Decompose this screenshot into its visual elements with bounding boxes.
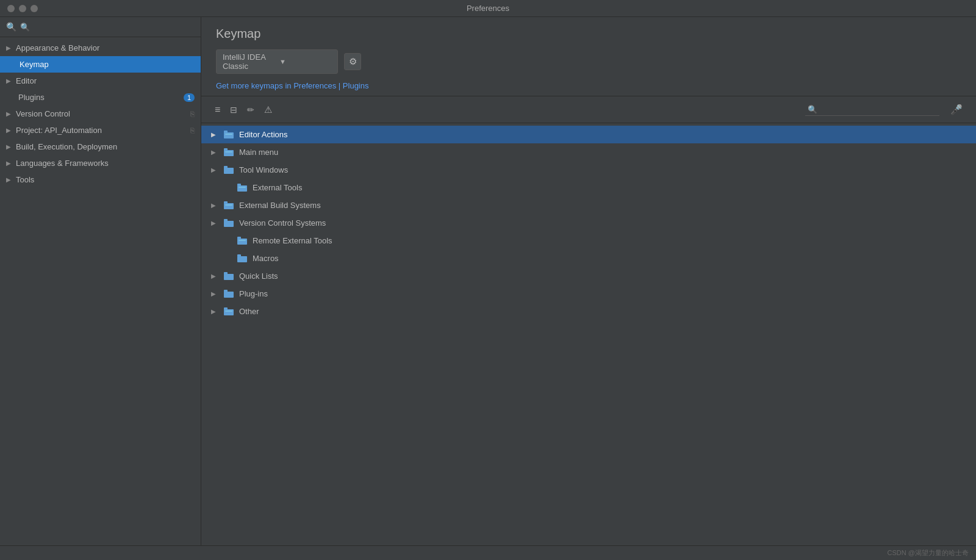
warning-icon: ⚠ <box>264 104 272 115</box>
sidebar-search-icon: 🔍 <box>6 22 16 32</box>
svg-rect-0 <box>224 132 234 138</box>
maximize-button[interactable] <box>30 5 38 12</box>
svg-rect-9 <box>237 184 241 186</box>
keymap-tree: ▶ Editor Actions ▶ <box>201 123 976 545</box>
svg-rect-10 <box>239 187 246 188</box>
sidebar-item-label: Build, Execution, Deploymen <box>16 142 117 151</box>
collapse-all-icon: ⊟ <box>230 105 237 115</box>
spacer: ▶ <box>224 184 232 191</box>
svg-rect-14 <box>224 221 234 227</box>
content-area: Keymap IntelliJ IDEA Classic ▼ ⚙ Get mor… <box>201 17 976 545</box>
svg-rect-3 <box>224 150 234 156</box>
chevron-right-icon: ▶ <box>211 290 218 297</box>
sidebar-item-label: Appearance & Behavior <box>16 43 99 52</box>
svg-rect-25 <box>224 309 234 315</box>
chevron-right-icon: ▶ <box>6 127 11 134</box>
folder-special-icon <box>223 307 234 316</box>
minimize-button[interactable] <box>19 5 26 12</box>
tree-item-label: Macros <box>253 254 279 263</box>
sidebar-item-appearance-behavior[interactable]: ▶ Appearance & Behavior <box>0 40 201 56</box>
svg-rect-7 <box>224 166 228 168</box>
sidebar-item-editor[interactable]: ▶ Editor <box>0 73 201 89</box>
svg-rect-16 <box>237 239 247 245</box>
sidebar-item-languages-frameworks[interactable]: ▶ Languages & Frameworks <box>0 155 201 171</box>
record-shortcut-button[interactable]: 🎤 <box>947 101 966 118</box>
svg-rect-2 <box>225 134 232 135</box>
folder-icon <box>223 166 234 174</box>
sidebar-item-project-api[interactable]: ▶ Project: API_Automation ⎘ <box>0 122 201 138</box>
gear-icon: ⚙ <box>349 56 357 67</box>
tree-item-plug-ins[interactable]: ▶ Plug-ins <box>201 285 976 303</box>
sidebar-search-input[interactable] <box>20 23 195 32</box>
sidebar: 🔍 ▶ Appearance & Behavior Keymap ▶ Edito… <box>0 17 201 545</box>
svg-rect-23 <box>224 292 234 298</box>
keymap-selector-row: IntelliJ IDEA Classic ▼ ⚙ <box>216 49 961 74</box>
keymap-gear-button[interactable]: ⚙ <box>344 53 361 70</box>
sidebar-item-label: Version Control <box>16 109 70 118</box>
sidebar-item-plugins[interactable]: Plugins 1 <box>0 89 201 106</box>
chevron-right-icon: ▶ <box>6 77 11 84</box>
tree-item-version-control-systems[interactable]: ▶ Version Control Systems <box>201 214 976 232</box>
expand-all-icon: ≡ <box>215 104 220 115</box>
sidebar-item-label: Keymap <box>20 60 49 69</box>
sidebar-item-tools[interactable]: ▶ Tools <box>0 171 201 188</box>
sidebar-item-version-control[interactable]: ▶ Version Control ⎘ <box>0 106 201 122</box>
sidebar-item-keymap[interactable]: Keymap <box>0 56 201 73</box>
expand-all-button[interactable]: ≡ <box>211 102 224 118</box>
svg-rect-1 <box>224 131 228 133</box>
folder-icon <box>223 219 234 228</box>
chevron-right-icon: ▶ <box>6 45 11 51</box>
sidebar-search-bar[interactable]: 🔍 <box>0 17 201 37</box>
tree-item-label: Version Control Systems <box>239 218 326 228</box>
record-shortcut-icon: 🎤 <box>950 104 963 115</box>
folder-icon <box>237 254 248 263</box>
svg-rect-11 <box>224 203 234 209</box>
tree-item-label: Plug-ins <box>239 289 268 298</box>
warning-button[interactable]: ⚠ <box>260 102 276 118</box>
close-button[interactable] <box>7 5 15 12</box>
chevron-right-icon: ▶ <box>211 167 218 173</box>
folder-icon <box>223 290 234 298</box>
titlebar: Preferences <box>0 0 976 17</box>
sidebar-item-label: Project: API_Automation <box>16 126 102 135</box>
toolbar-search-bar[interactable]: 🔍 <box>805 104 939 116</box>
svg-rect-18 <box>239 240 246 241</box>
get-more-keymaps-link[interactable]: Get more keymaps in Preferences | Plugin… <box>216 81 369 90</box>
edit-button[interactable]: ✏ <box>243 102 258 117</box>
keymap-toolbar: ≡ ⊟ ✏ ⚠ 🔍 🎤 <box>201 96 976 123</box>
sidebar-item-label: Editor <box>16 76 37 85</box>
tree-item-quick-lists[interactable]: ▶ Quick Lists <box>201 267 976 285</box>
chevron-right-icon: ▶ <box>211 308 218 315</box>
spacer: ▶ <box>224 255 232 262</box>
tree-item-other[interactable]: ▶ Other <box>201 303 976 320</box>
content-header: Keymap IntelliJ IDEA Classic ▼ ⚙ Get mor… <box>201 17 976 96</box>
collapse-all-button[interactable]: ⊟ <box>226 102 241 117</box>
svg-rect-21 <box>224 274 234 280</box>
tree-item-main-menu[interactable]: ▶ Main menu <box>201 143 976 161</box>
sidebar-item-build-execution[interactable]: ▶ Build, Execution, Deploymen <box>0 138 201 155</box>
bottom-bar: CSDN @渴望力量的哈士奇 <box>0 545 976 560</box>
keymap-search-input[interactable] <box>820 105 930 114</box>
tree-item-editor-actions[interactable]: ▶ Editor Actions <box>201 126 976 143</box>
tree-item-external-tools[interactable]: ▶ External Tools <box>201 179 976 196</box>
tree-item-label: External Build Systems <box>239 201 321 210</box>
keymap-selected-label: IntelliJ IDEA Classic <box>223 52 274 71</box>
svg-rect-22 <box>224 272 228 275</box>
window-title: Preferences <box>467 4 509 13</box>
tree-item-external-build-systems[interactable]: ▶ External Build Systems <box>201 196 976 214</box>
tree-item-macros[interactable]: ▶ Macros <box>201 249 976 267</box>
keymap-dropdown[interactable]: IntelliJ IDEA Classic ▼ <box>216 49 338 74</box>
svg-rect-17 <box>237 237 241 239</box>
traffic-lights <box>7 5 38 12</box>
sidebar-item-label: Languages & Frameworks <box>16 159 109 168</box>
chevron-right-icon: ▶ <box>211 220 218 226</box>
tree-item-remote-external-tools[interactable]: ▶ Remote External Tools <box>201 232 976 249</box>
tree-item-label: External Tools <box>253 183 302 192</box>
svg-rect-6 <box>224 168 234 174</box>
tree-item-tool-windows[interactable]: ▶ Tool Windows <box>201 161 976 179</box>
svg-rect-19 <box>237 256 247 262</box>
copy-icon: ⎘ <box>190 126 195 135</box>
page-title: Keymap <box>216 27 961 41</box>
main-layout: 🔍 ▶ Appearance & Behavior Keymap ▶ Edito… <box>0 17 976 545</box>
sidebar-item-label: Plugins <box>18 93 45 102</box>
